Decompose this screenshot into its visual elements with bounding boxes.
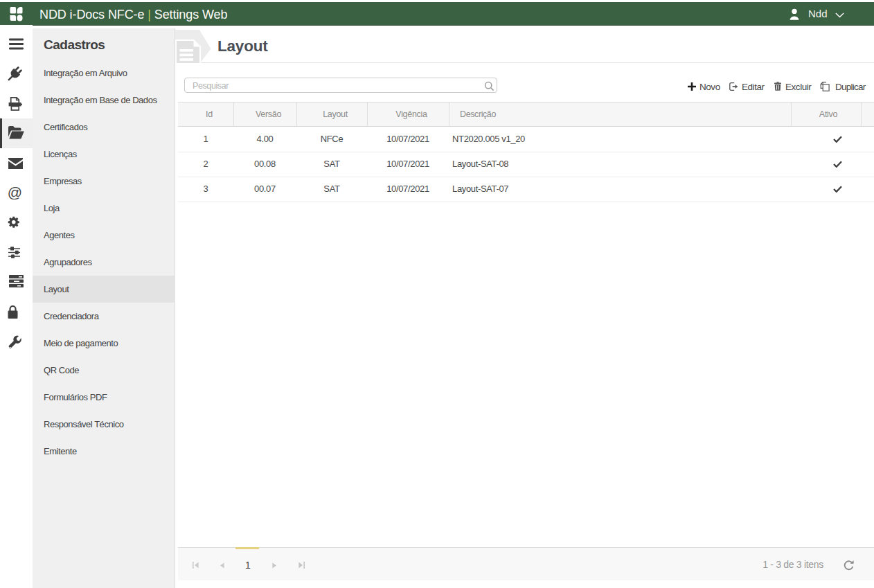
svg-text:@: @ [8, 186, 22, 199]
